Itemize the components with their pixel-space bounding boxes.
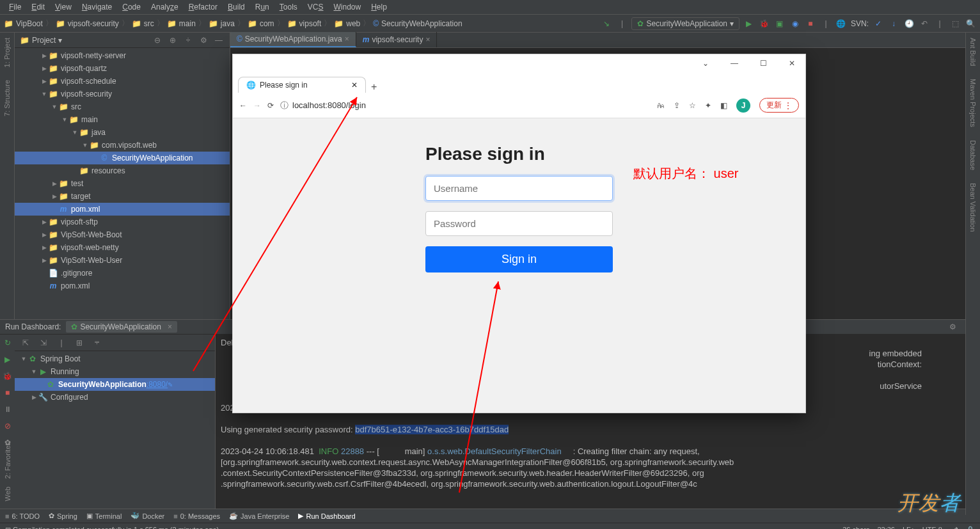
expand-icon[interactable]: ⇱ (20, 337, 31, 349)
profile-avatar[interactable]: J (736, 99, 750, 113)
breadcrumb-item[interactable]: SecurityWebApplication (381, 19, 462, 28)
exit-icon[interactable]: ⊘ (2, 420, 13, 432)
favorites-tool-button[interactable]: 2: Favorites (4, 442, 12, 478)
spring-button[interactable]: ✿ Spring (49, 512, 77, 520)
messages-button[interactable]: ≡ 0: Messages (173, 512, 220, 520)
breadcrumb-item[interactable]: java (221, 19, 235, 28)
password-input[interactable] (425, 211, 613, 236)
revert-icon[interactable]: ↶ (919, 18, 930, 29)
editor-tab[interactable]: mvipsoft-security× (356, 32, 438, 47)
tree-row[interactable]: ▶📁vipsoft-sftp (15, 216, 230, 228)
breadcrumb-item[interactable]: main (179, 19, 196, 28)
breadcrumb-item[interactable]: vipsoft (299, 19, 322, 28)
breadcrumb-item[interactable]: vipsoft-security (68, 19, 119, 28)
filter-icon[interactable]: ⫧ (91, 337, 103, 349)
encoding[interactable]: UTF-8 (922, 526, 942, 529)
run-tree[interactable]: ▼✿Spring Boot ▼▶Running ✿SecurityWebAppl… (15, 351, 215, 509)
info-icon[interactable]: ⓘ (280, 100, 288, 111)
maximize-icon[interactable]: ☐ (755, 58, 772, 69)
ant-build-button[interactable]: Ant Build (969, 35, 977, 68)
java-ee-button[interactable]: ☕ Java Enterprise (229, 512, 289, 520)
tree-row-configured[interactable]: ▶🔧Configured (15, 391, 215, 404)
menu-build[interactable]: Build (224, 1, 249, 13)
collapse-icon[interactable]: ⇲ (38, 337, 49, 349)
tree-row[interactable]: ©SecurityWebApplication (15, 152, 230, 164)
edit-icon[interactable]: ✎ (168, 381, 173, 388)
tree-row[interactable]: mpom.xml (15, 280, 230, 292)
project-tool-button[interactable]: 1: Project (3, 35, 11, 70)
forward-icon[interactable]: → (253, 101, 261, 110)
tree-row[interactable]: 📄.gitignore (15, 267, 230, 280)
menu-file[interactable]: FFileile (5, 1, 25, 13)
close-tab-icon[interactable]: ✕ (351, 81, 358, 90)
tree-row[interactable]: ▼📁java (15, 126, 230, 139)
coverage-icon[interactable]: ▣ (774, 18, 786, 29)
tree-row[interactable]: ▶📁test (15, 177, 230, 190)
project-tree[interactable]: ▶📁vipsoft-netty-server▶📁vipsoft-quartz▶📁… (15, 48, 230, 319)
run-config-selector[interactable]: ✿SecurityWebApplication ▾ (631, 17, 739, 30)
menu-tools[interactable]: Tools (276, 1, 301, 13)
database-button[interactable]: Database (969, 138, 977, 173)
port-link[interactable]: :8080/ (146, 380, 168, 389)
group-icon[interactable]: ⊞ (74, 337, 85, 349)
tree-row[interactable]: ▼📁src (15, 100, 230, 113)
menu-analyze[interactable]: Analyze (147, 1, 182, 13)
docker-button[interactable]: 🐳 Docker (130, 512, 164, 520)
todo-button[interactable]: ≡ 6: TODO (5, 512, 40, 520)
tree-row[interactable]: ▼📁vipsoft-security (15, 88, 230, 100)
tree-row[interactable]: ▶📁vipsoft-netty-server (15, 49, 230, 62)
update-button[interactable]: 更新 ⋮ (759, 98, 799, 113)
breadcrumb-item[interactable]: web (346, 19, 360, 28)
tree-row[interactable]: 📁resources (15, 164, 230, 177)
tree-row[interactable]: ▶📁VipSoft-Web-Boot (15, 228, 230, 241)
structure-tool-button[interactable]: 7: Structure (3, 77, 11, 119)
tree-row[interactable]: ▼📁main (15, 113, 230, 126)
tree-row[interactable]: ▶📁target (15, 190, 230, 203)
stop-icon[interactable]: ■ (805, 18, 816, 29)
tree-row[interactable]: ▶📁VipSoft-Web-User (15, 254, 230, 267)
tree-row[interactable]: mpom.xml (15, 203, 230, 216)
run-dashboard-tab[interactable]: ✿SecurityWebApplication× (66, 321, 177, 333)
share-icon[interactable]: ⇪ (674, 101, 680, 110)
menu-navigate[interactable]: Navigate (78, 1, 116, 13)
target-icon[interactable]: ⊕ (167, 35, 178, 46)
lock-icon[interactable]: 🔒 (966, 526, 975, 529)
signin-button[interactable]: Sign in (425, 246, 613, 272)
extensions-icon[interactable]: ✦ (705, 101, 711, 110)
commit-icon[interactable]: ✓ (873, 18, 884, 29)
generated-password[interactable]: bdf7b651-e132-4b7e-acc3-16b7ddf15dad (355, 425, 509, 434)
web-tool-button[interactable]: Web (4, 487, 12, 501)
dropdown-icon[interactable]: ⌄ (697, 58, 714, 69)
menu-help[interactable]: Help (367, 1, 391, 13)
menu-vcs[interactable]: VCS (304, 1, 328, 13)
run-dashboard-button[interactable]: ▶ Run Dashboard (298, 512, 355, 520)
translate-icon[interactable]: 🗛 (657, 101, 665, 110)
search-icon[interactable]: 🔍 (965, 18, 976, 29)
gear-icon[interactable]: ⚙ (198, 35, 209, 46)
run-icon[interactable]: ▶ (2, 354, 13, 365)
username-input[interactable] (425, 176, 613, 201)
terminal-button[interactable]: ▣ Terminal (86, 512, 122, 520)
tree-row-app[interactable]: ✿SecurityWebApplication :8080/ ✎ (15, 378, 215, 391)
menu-edit[interactable]: Edit (28, 1, 49, 13)
update-icon[interactable]: ↓ (888, 18, 899, 29)
reload-icon[interactable]: ⟳ (267, 101, 274, 110)
new-tab-button[interactable]: + (371, 81, 377, 93)
close-icon[interactable]: ✕ (784, 58, 800, 69)
menu-code[interactable]: Code (118, 1, 145, 13)
line-sep[interactable]: LF÷ (903, 526, 915, 529)
history-icon[interactable]: 🕘 (903, 18, 915, 29)
build-icon[interactable]: ↘ (601, 18, 612, 29)
git-branch-icon[interactable]: ⎇ (950, 526, 958, 529)
panel-icon[interactable]: ◧ (720, 101, 727, 110)
menu-refactor[interactable]: Refactor (185, 1, 221, 13)
editor-tab[interactable]: ©SecurityWebApplication.java× (230, 32, 356, 47)
breadcrumb-item[interactable]: src (144, 19, 154, 28)
minimize-icon[interactable]: ⊖ (152, 35, 163, 46)
bean-validation-button[interactable]: Bean Validation (969, 180, 977, 234)
structure-icon[interactable]: ⬚ (949, 18, 961, 29)
tree-row[interactable]: ▶📁vipsoft-schedule (15, 75, 230, 88)
tree-row[interactable]: ▶📁vipsoft-web-netty (15, 241, 230, 254)
globe-icon[interactable]: 🌐 (835, 18, 847, 29)
menu-run[interactable]: Run (251, 1, 273, 13)
